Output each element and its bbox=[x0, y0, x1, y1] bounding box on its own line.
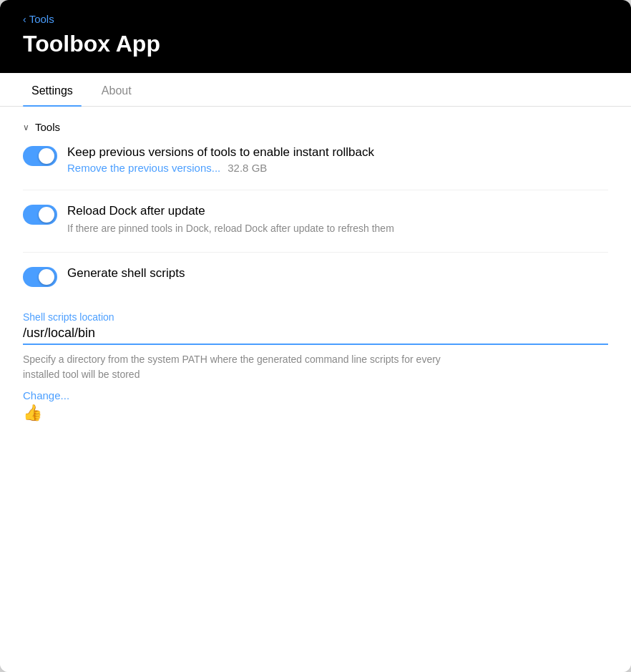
change-link[interactable]: Change... bbox=[23, 389, 69, 401]
shell-scripts-field-section: Shell scripts location /usr/local/bin Sp… bbox=[0, 311, 631, 434]
shell-scripts-field-value[interactable]: /usr/local/bin bbox=[23, 326, 608, 345]
setting-reload-dock: Reload Dock after update If there are pi… bbox=[23, 203, 608, 236]
tab-about[interactable]: About bbox=[93, 73, 140, 106]
toggle-generate-shell[interactable] bbox=[23, 267, 57, 287]
divider-1 bbox=[23, 190, 608, 190]
setting-generate-shell: Generate shell scripts bbox=[23, 266, 608, 287]
tools-section: ∨ Tools Keep previous versions of tools … bbox=[0, 112, 631, 311]
shell-scripts-field-label: Shell scripts location bbox=[23, 311, 608, 323]
section-tools-header[interactable]: ∨ Tools bbox=[23, 121, 608, 133]
app-window: ‹ Tools Toolbox App Settings About ∨ Too… bbox=[0, 0, 631, 672]
cursor-hand-icon: 👍️ bbox=[23, 404, 608, 422]
back-label: Tools bbox=[29, 13, 54, 25]
tab-bar: Settings About bbox=[0, 73, 631, 107]
divider-2 bbox=[23, 252, 608, 253]
generate-shell-label: Generate shell scripts bbox=[67, 266, 185, 281]
setting-keep-versions: Keep previous versions of tools to enabl… bbox=[23, 145, 608, 174]
section-title: Tools bbox=[35, 121, 60, 133]
chevron-down-icon: ∨ bbox=[23, 122, 29, 132]
back-button[interactable]: ‹ Tools bbox=[23, 13, 608, 25]
content-area: Settings About ∨ Tools Keep previous ver… bbox=[0, 73, 631, 672]
reload-dock-label: Reload Dock after update bbox=[67, 203, 394, 219]
reload-dock-sublabel: If there are pinned tools in Dock, reloa… bbox=[67, 222, 394, 236]
versions-size: 32.8 GB bbox=[228, 162, 267, 174]
shell-scripts-description: Specify a directory from the system PATH… bbox=[23, 352, 452, 382]
tab-settings[interactable]: Settings bbox=[23, 73, 82, 106]
toggle-reload-dock[interactable] bbox=[23, 205, 57, 225]
keep-versions-label: Keep previous versions of tools to enabl… bbox=[67, 145, 374, 160]
header: ‹ Tools Toolbox App bbox=[0, 0, 631, 73]
remove-versions-link[interactable]: Remove the previous versions... bbox=[67, 162, 220, 174]
chevron-left-icon: ‹ bbox=[23, 14, 26, 25]
toggle-keep-versions[interactable] bbox=[23, 146, 57, 166]
page-title: Toolbox App bbox=[23, 31, 608, 57]
